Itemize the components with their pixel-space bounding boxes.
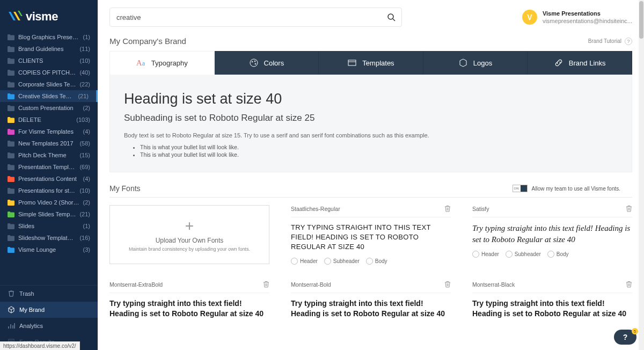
sidebar-folder[interactable]: Simple Slides Templates (21)	[0, 208, 98, 220]
radio-subheader[interactable]: Subheader	[506, 251, 541, 258]
logo[interactable]: visme	[0, 0, 98, 31]
logo-icon	[9, 11, 23, 23]
fonts-grid: + Upload Your Own Fonts Maintain brand c…	[98, 205, 644, 336]
folder-icon	[8, 164, 14, 170]
palette-icon	[249, 58, 259, 68]
nav-trash[interactable]: Trash	[0, 286, 98, 302]
font-sample-text[interactable]: Try typing straight into this text field…	[109, 298, 269, 320]
font-sample-text[interactable]: Try typing straight into this text field…	[291, 223, 451, 252]
plus-icon: +	[185, 217, 194, 235]
folder-count: (11)	[79, 46, 90, 52]
font-card-header: Montserrat-Black	[472, 281, 632, 293]
search-icon[interactable]	[387, 13, 396, 21]
sidebar-folder[interactable]: Presentation Templates ... (69)	[0, 161, 98, 173]
scrollbar[interactable]	[639, 0, 644, 350]
folder-label: CLIENTS	[18, 57, 76, 64]
sidebar-folder[interactable]: DELETE (103)	[0, 114, 98, 126]
font-sample-text[interactable]: Try typing straight into this text field…	[472, 298, 632, 320]
sidebar-folder[interactable]: Promo Video 2 (Short For... (2)	[0, 196, 98, 208]
sidebar-folder[interactable]: Pitch Deck Theme (15)	[0, 149, 98, 161]
folder-label: Slideshow Templates 20...	[18, 235, 76, 241]
preview-subheading: Subheading is set to Roboto Regular at s…	[124, 113, 618, 123]
preview-heading: Heading is set at size 40	[124, 91, 618, 107]
user-menu[interactable]: V Visme Presentations vismepresentations…	[522, 10, 632, 25]
sidebar-folder[interactable]: Custom Presentation (2)	[0, 102, 98, 114]
sidebar-folder[interactable]: Presentations for stude... (10)	[0, 185, 98, 196]
radio-body[interactable]: Body	[366, 258, 387, 265]
help-icon: ?	[625, 38, 632, 45]
font-card: Montserrat-ExtraBold Try typing straight…	[109, 281, 269, 325]
folder-count: (10)	[79, 57, 90, 64]
font-card: Montserrat-Bold Try typing straight into…	[291, 281, 451, 325]
folder-count: (4)	[83, 176, 90, 182]
typography-preview: Heading is set at size 40 Subheading is …	[109, 75, 632, 172]
delete-font-button[interactable]	[626, 205, 632, 213]
radio-subheader[interactable]: Subheader	[324, 258, 360, 265]
delete-font-button[interactable]	[444, 281, 451, 288]
tab-label: Logos	[473, 59, 492, 67]
delete-font-button[interactable]	[626, 281, 632, 288]
folder-label: Visme Lounge	[18, 246, 79, 253]
sidebar-folder[interactable]: COPIES OF PITCH DECKS... (40)	[0, 67, 98, 78]
sidebar-folder[interactable]: Slides (1)	[0, 220, 98, 232]
help-badge: 5	[632, 328, 638, 334]
radio-body[interactable]: Body	[547, 251, 569, 258]
preview-body: Body text is set to Roboto Regular at si…	[124, 132, 618, 138]
avatar: V	[522, 10, 537, 25]
radio-header[interactable]: Header	[291, 258, 318, 265]
sidebar-folder[interactable]: CLIENTS (10)	[0, 55, 98, 67]
folder-label: Corporate Slides Templ...	[18, 81, 76, 88]
font-sample-text[interactable]: Try typing straight into this text field…	[291, 298, 451, 320]
sidebar-folder[interactable]: Visme Lounge (3)	[0, 244, 98, 256]
svg-point-2	[250, 59, 258, 67]
toggle-switch[interactable]: ON	[513, 185, 528, 192]
sidebar: visme Blog Graphics Presentati... (1)Bra…	[0, 0, 98, 350]
folder-count: (2)	[83, 105, 90, 111]
sidebar-folder[interactable]: Brand Guidelines (11)	[0, 43, 98, 55]
folder-icon	[8, 105, 14, 111]
upload-font-card[interactable]: + Upload Your Own Fonts Maintain brand c…	[109, 205, 269, 264]
sidebar-folder[interactable]: Corporate Slides Templ... (22)	[0, 78, 98, 90]
bullet-item: This is what your bullet list will look …	[140, 144, 618, 150]
nav-label: Analytics	[19, 323, 43, 329]
search-input[interactable]	[109, 8, 402, 27]
tab-colors[interactable]: Colors	[215, 51, 319, 75]
folder-label: Brand Guidelines	[18, 46, 76, 52]
question-icon: ?	[623, 333, 628, 341]
folder-label: Presentation Templates ...	[18, 164, 76, 170]
folder-icon	[8, 70, 14, 76]
tab-logos[interactable]: Logos	[423, 51, 528, 75]
sidebar-folder[interactable]: Presentations Content (4)	[0, 173, 98, 185]
font-name: Montserrat-ExtraBold	[109, 281, 163, 288]
nav-my-brand[interactable]: My Brand	[0, 302, 98, 318]
nav-analytics[interactable]: Analytics	[0, 318, 98, 334]
sidebar-folder[interactable]: Slideshow Templates 20... (16)	[0, 232, 98, 244]
logos-icon	[458, 58, 468, 68]
tab-templates[interactable]: Templates	[319, 51, 423, 75]
tab-brand-links[interactable]: Brand Links	[528, 51, 632, 75]
brand-tutorial-link[interactable]: Brand Tutorial ?	[588, 38, 632, 45]
tab-typography[interactable]: Aa Typography	[109, 51, 215, 75]
tab-label: Brand Links	[569, 59, 606, 67]
folder-label: COPIES OF PITCH DECKS...	[18, 69, 76, 76]
sidebar-folder[interactable]: Blog Graphics Presentati... (1)	[0, 31, 98, 43]
team-fonts-toggle: ON Allow my team to use all Visme fonts.	[513, 185, 620, 192]
sidebar-folder[interactable]: For Visme Templates (4)	[0, 126, 98, 137]
font-role-radios: Header Subheader Body	[472, 251, 632, 258]
brand-section-header: My Company's Brand Brand Tutorial ?	[98, 34, 644, 51]
toggle-knob	[521, 185, 527, 192]
help-fab[interactable]: ? 5	[614, 330, 636, 345]
delete-font-button[interactable]	[263, 281, 269, 288]
folder-list: Blog Graphics Presentati... (1)Brand Gui…	[0, 31, 98, 285]
font-sample-text[interactable]: Try typing straight into this text field…	[472, 223, 632, 245]
folder-count: (3)	[83, 246, 90, 253]
radio-header[interactable]: Header	[472, 251, 499, 258]
folder-icon	[8, 58, 14, 64]
trash-icon	[8, 290, 15, 297]
sidebar-folder[interactable]: Creative Slides Templates (21)	[0, 90, 98, 102]
link-label: Brand Tutorial	[588, 38, 621, 44]
nav-label: Trash	[19, 290, 34, 297]
sidebar-folder[interactable]: New Templates 2017 (58)	[0, 137, 98, 149]
delete-font-button[interactable]	[444, 205, 451, 213]
folder-label: For Visme Templates	[18, 128, 79, 135]
